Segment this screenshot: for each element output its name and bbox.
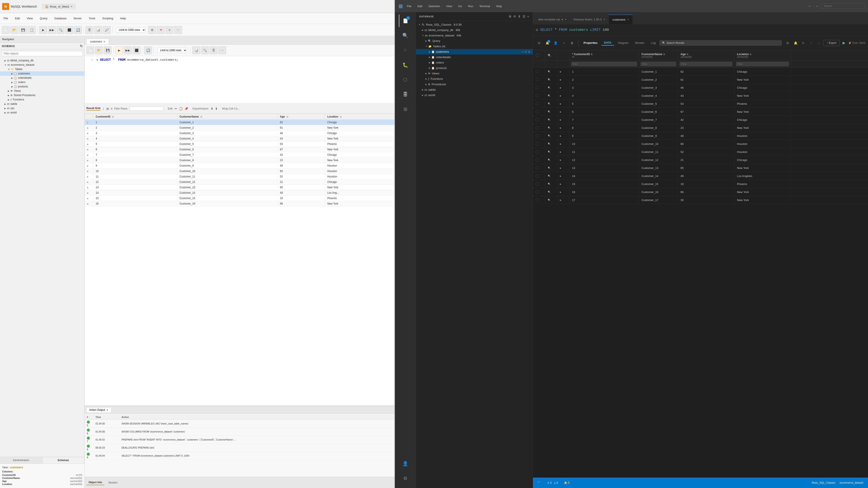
schemas-refresh-icon[interactable]: ↻ [80,44,83,48]
data-tab-btn[interactable]: DATA [601,40,614,45]
copy-icon[interactable]: 📋 [179,107,183,110]
row-checkbox[interactable] [535,158,539,162]
tree-blinkit-db[interactable]: ▶ 🗃 blinkit_company_db [0,58,85,63]
header-search-icon[interactable]: 🔍 [548,54,551,57]
query-profile-btn[interactable]: 📊 [192,46,200,54]
row-checkbox[interactable] [535,182,539,186]
header-age-cell[interactable]: Age ⇅ varchar(50) [678,50,734,60]
output-dropdown-icon[interactable]: ▼ [106,409,108,411]
monitor-tab-btn[interactable]: Monitor [632,40,647,45]
vscode-data-row[interactable]: 🔍 ▶ 1 Customer_1 62 Chicago [533,68,868,76]
vscode-menu-edit[interactable]: Edit [416,4,424,9]
vscode-data-row[interactable]: 🔍 ▶ 17 Customer_17 30 New York [533,196,868,204]
row-checkbox[interactable] [535,198,539,202]
run-query-btn[interactable]: ▶ [840,39,847,46]
query-exec-sel-btn[interactable]: ▶▶ [124,46,132,54]
tree-views-folder[interactable]: ▶ 👁 Views [0,89,85,93]
col-header-customername[interactable]: CustomerName ⊞ [177,114,278,120]
activity-database-icon[interactable]: 🗄 [399,88,412,101]
limit-select[interactable]: Limit to 1000 rows Limit to 500 rows No … [116,27,146,33]
vscode-menu-run[interactable]: Run [467,4,474,9]
row-expand-icon[interactable]: ▶ [560,110,562,113]
filter-age-input[interactable] [680,62,733,66]
vscode-data-row[interactable]: 🔍 ▶ 4 Customer_4 43 New York [533,92,868,100]
result-delete-icon[interactable]: 🗑 [568,39,576,46]
table-row[interactable]: ▶ 6 Customer_6 67 New York [85,147,395,152]
query-stop-btn[interactable]: ⬛ [132,46,141,54]
tree-vs-customers-table[interactable]: ▶ 📋 customers ✏ ☰ ⊞ [416,49,533,55]
log-tab-btn[interactable]: Log [648,40,658,45]
tree-customers-table[interactable]: ▶ 📋 customers [0,71,85,76]
vs-tab-alter[interactable]: alter-template.sql ● ✕ [535,14,570,24]
row-expand-icon[interactable]: ▶ [560,191,562,193]
activity-settings-icon[interactable]: ⚙ [399,472,412,485]
status-connection[interactable]: 🔌 [536,480,542,485]
tree-vs-functions[interactable]: ▶ ƒ Functions [416,76,533,82]
paste-icon[interactable]: 📌 [184,107,188,110]
tree-vs-products[interactable]: ▶ 📋 products [416,65,533,71]
toolbar-exec[interactable]: ▶ [39,26,47,34]
toolbar-cols[interactable]: ≡ [165,26,174,34]
menu-edit[interactable]: Edit [14,16,21,21]
row-expand-icon[interactable]: ▶ [560,87,562,89]
filter-location-input[interactable] [736,62,789,66]
toolbar-exec-sel[interactable]: ▶▶ [48,26,56,34]
sidebar-add-icon[interactable]: + [527,15,529,18]
row-checkbox[interactable] [535,78,539,82]
tree-rose-connection[interactable]: ▼ 🔌 Rose_SQL_Classes 8.0.38 [416,22,533,27]
row-checkbox[interactable] [535,86,539,89]
table-row[interactable]: ▶ 3 Customer_3 46 Chicago [85,131,395,136]
row-expand-icon[interactable]: ▶ [560,167,562,169]
row-checkbox[interactable] [535,70,539,73]
table-list-icon[interactable]: ☰ [525,50,527,53]
vscode-data-row[interactable]: 🔍 ▶ 11 Customer_11 52 Houston [533,148,868,156]
filter-customername-input[interactable] [641,62,676,66]
header-customername-cell[interactable]: CustomerName ⇅ varchar(50) [639,50,678,60]
col-header-customerid[interactable]: CustomerID ⊞ [94,114,177,120]
activity-extensions-icon[interactable]: ⬡ [399,73,412,86]
toolbar-new[interactable]: 📄 [2,26,9,34]
vscode-data-row[interactable]: 🔍 ▶ 7 Customer_7 42 Chicago [533,116,868,124]
tab-close-icon[interactable]: ✕ [627,18,629,21]
sidebar-refresh-icon[interactable]: ⟳ [514,15,516,18]
tree-vs-world[interactable]: ▶ 🗃 world [416,92,533,98]
query-limit-select[interactable]: Limit to 1000 rows [157,47,187,53]
vs-tab-release[interactable]: Release Notes: 1.95.3 ✕ [570,14,609,24]
status-rose-classes[interactable]: Rose_SQL_Classes [810,480,837,485]
query-explain-btn[interactable]: 🔍 [201,46,209,54]
result-user-icon[interactable]: 👤 [552,39,559,46]
nav-tab-schemas[interactable]: Schemas [42,457,85,463]
row-expand-icon[interactable]: ▶ [560,175,562,177]
result-up-icon[interactable]: ↑ [808,39,815,46]
sidebar-gear-icon[interactable]: ⚙ [509,15,512,18]
table-row[interactable]: ▶ 8 Customer_8 23 New York [85,158,395,163]
table-edit-icon[interactable]: ✏ [522,50,524,53]
filter-customerid-input[interactable] [571,62,637,66]
tree-tables-folder[interactable]: ▼ 📁 Tables [0,67,85,71]
result-down-icon[interactable]: ↓ [815,39,823,46]
col-header-location[interactable]: Location ⊞ [325,114,395,120]
nav-tab-administration[interactable]: Administration [0,457,42,463]
mysql-main-tab[interactable]: 🏠 Rose_of_Web3 ✕ [42,4,75,9]
sql-editor[interactable]: 1 ● SELECT * FROM ecommerce_dataset.cust… [85,56,395,104]
table-row[interactable]: ▶ 5 Customer_5 53 Phoenix [85,141,395,147]
row-expand-icon[interactable]: ▶ [560,78,562,81]
vscode-menu-selection[interactable]: Selection [427,4,441,9]
activity-search-icon[interactable]: 🔍 [399,29,412,42]
vscode-data-row[interactable]: 🔍 ▶ 6 Customer_6 67 New York [533,108,868,116]
table-row[interactable]: ▶ 9 Customer_9 48 Houston [85,163,395,168]
tree-world-db[interactable]: ▶ 🗃 world [0,110,85,115]
session-tab[interactable]: Session [106,480,120,485]
toolbar-mag[interactable]: 🔎 [103,26,111,34]
sql-properties-icon[interactable]: ⚙ [535,28,538,32]
tree-ecommerce-db[interactable]: ▼ 🗃 ecommerce_dataset [0,63,85,67]
table-row[interactable]: ▶ 14 Customer_14 49 Los Ang... [85,190,395,196]
tree-vs-ecommerce-db[interactable]: ▼ 🗃 ecommerce_dataset 64k [416,33,533,38]
table-row[interactable]: ▶ 16 Customer_16 66 New York [85,201,395,206]
search-results-input[interactable]: 🔍 Search Results [660,40,782,45]
table-row[interactable]: ▶ 13 Customer_13 65 New York [85,185,395,190]
tree-vs-views[interactable]: ▶ 👁 Views [416,71,533,76]
result-col-icon[interactable]: ⊞ [784,39,791,46]
export-icon[interactable]: ⬆ [211,107,213,110]
table-row[interactable]: ▶ 7 Customer_7 42 Chicago [85,152,395,158]
